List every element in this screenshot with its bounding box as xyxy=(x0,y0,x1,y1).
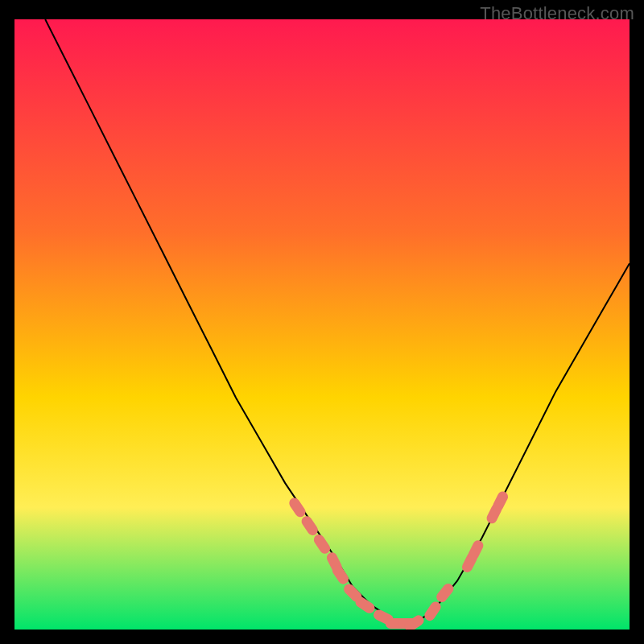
chart-svg xyxy=(14,19,630,630)
plot-area xyxy=(14,19,630,630)
chart-container: TheBottleneck.com xyxy=(0,0,644,644)
